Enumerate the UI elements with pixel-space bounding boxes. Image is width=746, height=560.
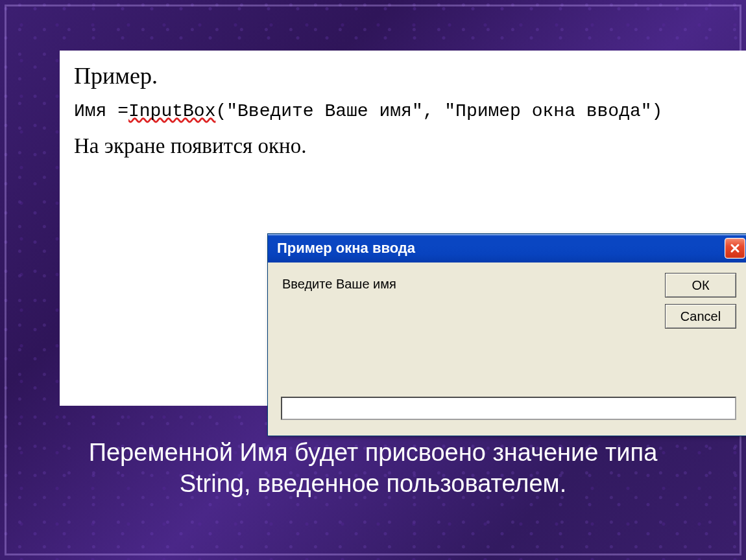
- dialog-titlebar[interactable]: Пример окна ввода: [268, 234, 746, 262]
- code-line: Имя =InputBox("Введите Ваше имя", "Приме…: [74, 101, 732, 121]
- dialog-body: Введите Ваше имя ОК Cancel: [268, 262, 746, 436]
- cancel-button[interactable]: Cancel: [665, 304, 736, 329]
- ok-button[interactable]: ОК: [665, 273, 736, 298]
- slide-caption: Переменной Имя будет присвоено значение …: [0, 438, 746, 499]
- document-panel: Пример. Имя =InputBox("Введите Ваше имя"…: [60, 51, 746, 406]
- example-heading: Пример.: [74, 62, 732, 89]
- dialog-title: Пример окна ввода: [277, 240, 725, 257]
- dialog-text-input[interactable]: [281, 397, 736, 420]
- code-rest: ("Введите Ваше имя", "Пример окна ввода"…: [215, 101, 662, 121]
- code-prefix: Имя =: [74, 101, 128, 121]
- dialog-button-group: ОК Cancel: [665, 273, 736, 329]
- inputbox-dialog: Пример окна ввода Введите Ваше имя ОК Ca…: [267, 233, 746, 436]
- result-subheading: На экране появится окно.: [74, 134, 732, 158]
- code-function-name: InputBox: [128, 101, 215, 121]
- close-icon: [730, 243, 740, 253]
- dialog-prompt: Введите Ваше имя: [282, 277, 396, 292]
- close-button[interactable]: [725, 238, 745, 259]
